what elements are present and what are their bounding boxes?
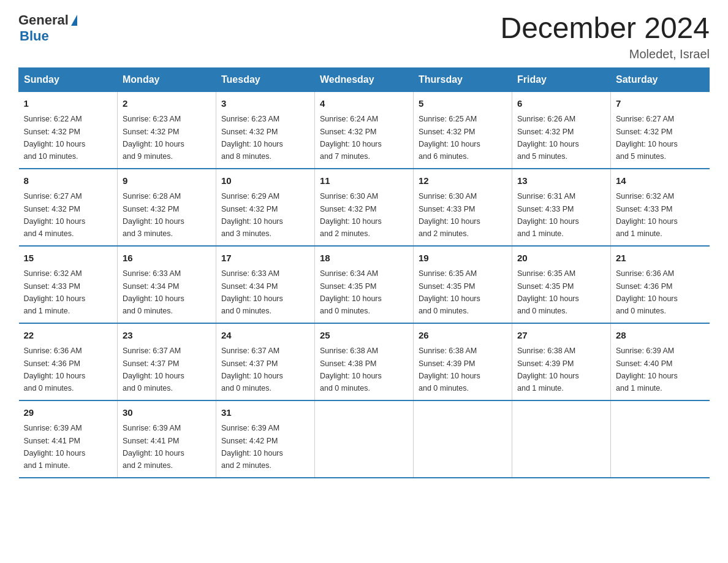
table-row: 23 Sunrise: 6:37 AMSunset: 4:37 PMDaylig… (118, 323, 216, 400)
day-number: 6 (517, 97, 605, 111)
table-row: 14 Sunrise: 6:32 AMSunset: 4:33 PMDaylig… (611, 169, 710, 246)
day-info: Sunrise: 6:30 AMSunset: 4:33 PMDaylight:… (419, 192, 480, 238)
table-row: 19 Sunrise: 6:35 AMSunset: 4:35 PMDaylig… (414, 246, 512, 323)
table-row: 25 Sunrise: 6:38 AMSunset: 4:38 PMDaylig… (315, 323, 414, 400)
day-info: Sunrise: 6:29 AMSunset: 4:32 PMDaylight:… (221, 192, 283, 238)
table-row: 6 Sunrise: 6:26 AMSunset: 4:32 PMDayligh… (512, 91, 611, 169)
table-row: 10 Sunrise: 6:29 AMSunset: 4:32 PMDaylig… (216, 169, 315, 246)
day-number: 7 (616, 97, 705, 111)
table-row: 3 Sunrise: 6:23 AMSunset: 4:32 PMDayligh… (216, 91, 315, 169)
day-info: Sunrise: 6:26 AMSunset: 4:32 PMDaylight:… (517, 115, 579, 161)
logo: General Blue (18, 12, 77, 44)
header-tuesday: Tuesday (216, 67, 315, 91)
day-number: 25 (320, 329, 408, 343)
calendar-week-row: 15 Sunrise: 6:32 AMSunset: 4:33 PMDaylig… (19, 246, 710, 323)
day-number: 11 (320, 174, 408, 188)
day-number: 8 (24, 174, 113, 188)
table-row: 15 Sunrise: 6:32 AMSunset: 4:33 PMDaylig… (19, 246, 118, 323)
day-info: Sunrise: 6:35 AMSunset: 4:35 PMDaylight:… (517, 269, 579, 315)
day-number: 14 (616, 174, 705, 188)
table-row: 4 Sunrise: 6:24 AMSunset: 4:32 PMDayligh… (315, 91, 414, 169)
day-number: 5 (419, 97, 507, 111)
table-row (512, 400, 611, 478)
day-info: Sunrise: 6:24 AMSunset: 4:32 PMDaylight:… (320, 115, 382, 161)
table-row: 30 Sunrise: 6:39 AMSunset: 4:41 PMDaylig… (118, 400, 216, 478)
logo-general-text: General (18, 12, 69, 28)
header-friday: Friday (512, 67, 611, 91)
calendar-week-row: 1 Sunrise: 6:22 AMSunset: 4:32 PMDayligh… (19, 91, 710, 169)
table-row: 12 Sunrise: 6:30 AMSunset: 4:33 PMDaylig… (414, 169, 512, 246)
table-row: 27 Sunrise: 6:38 AMSunset: 4:39 PMDaylig… (512, 323, 611, 400)
table-row: 21 Sunrise: 6:36 AMSunset: 4:36 PMDaylig… (611, 246, 710, 323)
title-block: December 2024 Moledet, Israel (500, 12, 710, 61)
day-number: 18 (320, 251, 408, 266)
day-info: Sunrise: 6:32 AMSunset: 4:33 PMDaylight:… (24, 269, 86, 315)
day-number: 24 (221, 329, 309, 343)
day-info: Sunrise: 6:39 AMSunset: 4:42 PMDaylight:… (221, 424, 283, 470)
table-row: 13 Sunrise: 6:31 AMSunset: 4:33 PMDaylig… (512, 169, 611, 246)
day-info: Sunrise: 6:37 AMSunset: 4:37 PMDaylight:… (221, 347, 283, 393)
day-number: 9 (123, 174, 211, 188)
day-info: Sunrise: 6:38 AMSunset: 4:39 PMDaylight:… (419, 347, 480, 393)
day-info: Sunrise: 6:22 AMSunset: 4:32 PMDaylight:… (24, 115, 86, 161)
day-info: Sunrise: 6:32 AMSunset: 4:33 PMDaylight:… (616, 192, 678, 238)
day-info: Sunrise: 6:27 AMSunset: 4:32 PMDaylight:… (24, 192, 86, 238)
day-number: 10 (221, 174, 309, 188)
day-number: 23 (123, 329, 211, 343)
logo-triangle-icon (71, 15, 77, 26)
table-row: 5 Sunrise: 6:25 AMSunset: 4:32 PMDayligh… (414, 91, 512, 169)
table-row: 29 Sunrise: 6:39 AMSunset: 4:41 PMDaylig… (19, 400, 118, 478)
day-info: Sunrise: 6:23 AMSunset: 4:32 PMDaylight:… (123, 115, 184, 161)
day-info: Sunrise: 6:34 AMSunset: 4:35 PMDaylight:… (320, 269, 382, 315)
logo-blue-text: Blue (20, 28, 49, 44)
calendar-week-row: 29 Sunrise: 6:39 AMSunset: 4:41 PMDaylig… (19, 400, 710, 478)
header-monday: Monday (118, 67, 216, 91)
day-info: Sunrise: 6:30 AMSunset: 4:32 PMDaylight:… (320, 192, 382, 238)
day-number: 21 (616, 251, 705, 266)
day-info: Sunrise: 6:39 AMSunset: 4:41 PMDaylight:… (24, 424, 86, 470)
table-row: 26 Sunrise: 6:38 AMSunset: 4:39 PMDaylig… (414, 323, 512, 400)
header-thursday: Thursday (414, 67, 512, 91)
day-info: Sunrise: 6:38 AMSunset: 4:38 PMDaylight:… (320, 347, 382, 393)
day-number: 3 (221, 97, 309, 111)
day-number: 16 (123, 251, 211, 266)
table-row: 20 Sunrise: 6:35 AMSunset: 4:35 PMDaylig… (512, 246, 611, 323)
day-number: 27 (517, 329, 605, 343)
day-number: 13 (517, 174, 605, 188)
table-row: 22 Sunrise: 6:36 AMSunset: 4:36 PMDaylig… (19, 323, 118, 400)
day-number: 26 (419, 329, 507, 343)
day-info: Sunrise: 6:28 AMSunset: 4:32 PMDaylight:… (123, 192, 184, 238)
table-row: 7 Sunrise: 6:27 AMSunset: 4:32 PMDayligh… (611, 91, 710, 169)
table-row (315, 400, 414, 478)
day-number: 30 (123, 406, 211, 420)
table-row: 28 Sunrise: 6:39 AMSunset: 4:40 PMDaylig… (611, 323, 710, 400)
day-number: 12 (419, 174, 507, 188)
day-number: 22 (24, 329, 113, 343)
day-info: Sunrise: 6:37 AMSunset: 4:37 PMDaylight:… (123, 347, 184, 393)
day-info: Sunrise: 6:39 AMSunset: 4:40 PMDaylight:… (616, 347, 678, 393)
day-info: Sunrise: 6:31 AMSunset: 4:33 PMDaylight:… (517, 192, 579, 238)
day-info: Sunrise: 6:36 AMSunset: 4:36 PMDaylight:… (24, 347, 86, 393)
header-wednesday: Wednesday (315, 67, 414, 91)
day-number: 15 (24, 251, 113, 266)
day-number: 28 (616, 329, 705, 343)
day-number: 17 (221, 251, 309, 266)
table-row: 8 Sunrise: 6:27 AMSunset: 4:32 PMDayligh… (19, 169, 118, 246)
day-info: Sunrise: 6:33 AMSunset: 4:34 PMDaylight:… (123, 269, 184, 315)
day-number: 29 (24, 406, 113, 420)
day-info: Sunrise: 6:25 AMSunset: 4:32 PMDaylight:… (419, 115, 480, 161)
table-row: 2 Sunrise: 6:23 AMSunset: 4:32 PMDayligh… (118, 91, 216, 169)
calendar-week-row: 8 Sunrise: 6:27 AMSunset: 4:32 PMDayligh… (19, 169, 710, 246)
table-row: 24 Sunrise: 6:37 AMSunset: 4:37 PMDaylig… (216, 323, 315, 400)
day-info: Sunrise: 6:35 AMSunset: 4:35 PMDaylight:… (419, 269, 480, 315)
day-info: Sunrise: 6:39 AMSunset: 4:41 PMDaylight:… (123, 424, 184, 470)
header-saturday: Saturday (611, 67, 710, 91)
table-row: 31 Sunrise: 6:39 AMSunset: 4:42 PMDaylig… (216, 400, 315, 478)
month-title: December 2024 (500, 12, 710, 45)
logo-text: General (18, 12, 77, 28)
table-row (414, 400, 512, 478)
table-row: 1 Sunrise: 6:22 AMSunset: 4:32 PMDayligh… (19, 91, 118, 169)
table-row: 17 Sunrise: 6:33 AMSunset: 4:34 PMDaylig… (216, 246, 315, 323)
table-row (611, 400, 710, 478)
day-number: 4 (320, 97, 408, 111)
